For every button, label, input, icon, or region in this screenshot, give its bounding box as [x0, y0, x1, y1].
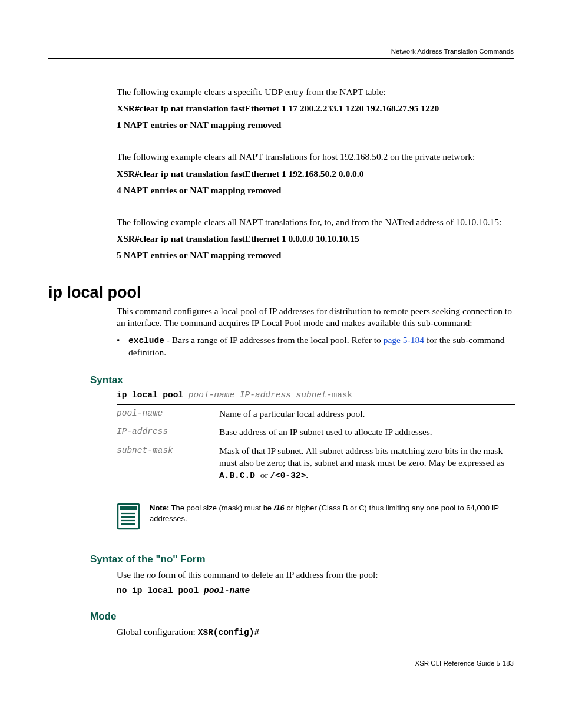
bullet-icon: • [117, 334, 128, 359]
param-name: subnet-mask [117, 442, 219, 485]
bullet-text-a: - Bars a range of IP addresses from the … [164, 335, 384, 345]
note-text: Note: The pool size (mask) must be /16 o… [150, 503, 514, 523]
param-name: pool-name [117, 405, 219, 423]
exclude-bullet: • exclude - Bars a range of IP addresses… [117, 334, 514, 359]
mode-text-a: Global configuration: [117, 627, 198, 637]
mode-code: XSR(config)# [198, 628, 259, 637]
param-mid: or [260, 470, 270, 480]
note-em: /16 [274, 503, 285, 512]
table-row: subnet-mask Mask of that IP subnet. All … [117, 442, 515, 485]
example1-lead: The following example clears a specific … [117, 86, 514, 98]
page-footer: XSR CLI Reference Guide 5-183 [48, 660, 514, 667]
example3-command: XSR#clear ip nat translation fastEtherne… [117, 233, 514, 245]
syntax-heading: Syntax [90, 374, 514, 386]
note-block: Note: The pool size (mask) must be /16 o… [117, 503, 514, 530]
noform-command: no ip local pool pool-name [117, 585, 514, 595]
syntax-args: pool-name IP-address subnet- [183, 390, 332, 400]
param-desc: Base address of an IP subnet used to all… [219, 423, 515, 442]
syntax-command: ip local pool pool-name IP-address subne… [117, 390, 514, 400]
param-desc: Mask of that IP subnet. All subnet addre… [219, 442, 515, 485]
noform-heading: Syntax of the "no" Form [90, 554, 514, 565]
bullet-content: exclude - Bars a range of IP addresses f… [128, 334, 514, 359]
note-icon [117, 503, 140, 530]
command-title: ip local pool [48, 284, 514, 302]
page-link[interactable]: page 5-184 [384, 335, 424, 345]
param-desc-a: Mask of that IP subnet. All subnet addre… [219, 446, 504, 467]
noform-em: no [147, 569, 156, 579]
table-row: pool-name Name of a particular local add… [117, 405, 515, 423]
svg-rect-1 [120, 506, 137, 510]
param-desc-b: . [306, 470, 308, 480]
noform-lead-b: form of this command to delete an IP add… [156, 569, 378, 579]
example1-result: 1 NAPT entries or NAT mapping removed [117, 119, 514, 131]
noform-lead-a: Use the [117, 569, 147, 579]
noform-keyword: no ip local pool [117, 586, 204, 595]
footer-text: XSR CLI Reference Guide 5-183 [415, 660, 514, 667]
syntax-keyword: ip local pool [117, 390, 183, 400]
mode-text: Global configuration: XSR(config)# [117, 626, 514, 638]
note-text-a: The pool size (mask) must be [169, 503, 274, 512]
param-code-b: /<0-32> [270, 471, 306, 480]
param-desc: Name of a particular local address pool. [219, 405, 515, 423]
header-section: Network Address Translation Commands [391, 48, 514, 55]
mode-heading: Mode [90, 611, 514, 622]
note-label: Note: [150, 503, 169, 512]
table-row: IP-address Base address of an IP subnet … [117, 423, 515, 442]
example3-lead: The following example clears all NAPT tr… [117, 216, 514, 228]
example2-result: 4 NAPT entries or NAT mapping removed [117, 185, 514, 196]
noform-arg: pool-name [204, 586, 250, 595]
example3-result: 5 NAPT entries or NAT mapping removed [117, 249, 514, 261]
syntax-tail: mask [332, 390, 352, 400]
command-description: This command configures a local pool of … [117, 305, 514, 329]
param-name: IP-address [117, 423, 219, 442]
param-code-a: A.B.C.D [219, 471, 260, 480]
example2-lead: The following example clears all NAPT tr… [117, 151, 514, 163]
example1-command: XSR#clear ip nat translation fastEtherne… [117, 103, 514, 114]
example2-command: XSR#clear ip nat translation fastEtherne… [117, 168, 514, 180]
exclude-keyword: exclude [128, 336, 164, 345]
parameter-table: pool-name Name of a particular local add… [117, 404, 515, 485]
noform-lead: Use the no form of this command to delet… [117, 569, 514, 581]
page-header: Network Address Translation Commands [48, 48, 514, 59]
